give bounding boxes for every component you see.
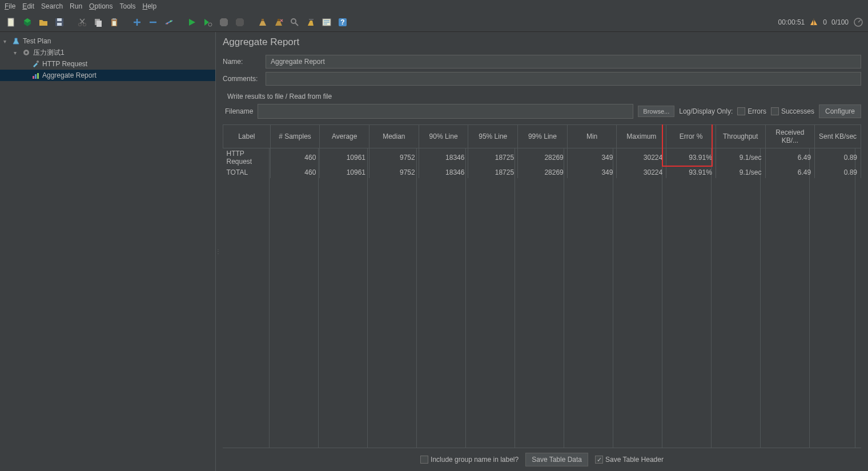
svg-point-12 bbox=[170, 20, 172, 22]
gear-icon bbox=[22, 48, 31, 57]
svg-rect-15 bbox=[278, 19, 280, 21]
expand-arrow-icon[interactable]: ▾ bbox=[3, 38, 9, 45]
svg-rect-10 bbox=[112, 21, 116, 26]
reset-search-icon[interactable] bbox=[304, 15, 318, 29]
templates-icon[interactable] bbox=[21, 15, 34, 29]
menu-options[interactable]: Options bbox=[89, 2, 112, 10]
table-header[interactable]: Throughput bbox=[716, 125, 765, 148]
svg-rect-14 bbox=[262, 19, 264, 21]
table-header[interactable]: Min bbox=[567, 125, 617, 148]
successes-checkbox[interactable] bbox=[771, 107, 779, 115]
table-header[interactable]: Average bbox=[320, 125, 369, 148]
table-header[interactable]: 90% Line bbox=[419, 125, 468, 148]
configure-button[interactable]: Configure bbox=[819, 104, 861, 118]
tree-thread-group[interactable]: ▾ 压力测试1 bbox=[0, 47, 215, 58]
filename-input[interactable] bbox=[258, 104, 633, 119]
table-header[interactable]: Received KB/... bbox=[765, 125, 815, 148]
svg-rect-2 bbox=[57, 18, 62, 21]
start-noTimers-icon[interactable] bbox=[201, 15, 215, 29]
beaker-icon bbox=[11, 37, 21, 46]
menu-file[interactable]: File bbox=[5, 2, 15, 10]
svg-point-13 bbox=[208, 23, 212, 26]
table-row[interactable]: TOTAL46010961975218346187252826934930224… bbox=[223, 167, 861, 178]
table-header[interactable]: Maximum bbox=[617, 125, 666, 148]
table-cell: 30224 bbox=[617, 148, 666, 167]
footer-bar: Include group name in label? Save Table … bbox=[223, 448, 861, 471]
table-header[interactable]: Median bbox=[369, 125, 419, 148]
table-row[interactable]: HTTP Request4601096197521834618725282693… bbox=[223, 148, 861, 167]
warning-icon[interactable]: ! bbox=[809, 18, 818, 27]
copy-icon[interactable] bbox=[91, 15, 105, 29]
comments-input[interactable] bbox=[266, 72, 861, 86]
svg-rect-7 bbox=[97, 21, 102, 27]
save-table-data-button[interactable]: Save Table Data bbox=[525, 453, 588, 466]
svg-point-23 bbox=[25, 51, 27, 54]
chart-icon bbox=[31, 71, 40, 80]
name-input[interactable] bbox=[266, 55, 861, 69]
table-cell: 9752 bbox=[369, 148, 419, 167]
status-bar: 00:00:51 ! 0 0/100 bbox=[778, 17, 863, 27]
toggle-icon[interactable] bbox=[162, 15, 176, 29]
table-cell: 6.49 bbox=[765, 167, 815, 178]
help-icon[interactable]: ? bbox=[336, 15, 349, 29]
svg-rect-25 bbox=[33, 76, 34, 79]
remove-icon[interactable] bbox=[146, 15, 160, 29]
shutdown-icon[interactable] bbox=[233, 15, 247, 29]
gauge-icon[interactable] bbox=[853, 17, 863, 27]
svg-text:!: ! bbox=[813, 18, 815, 26]
tree-http-request[interactable]: HTTP Request bbox=[0, 58, 215, 70]
table-cell: 30224 bbox=[617, 167, 666, 178]
filename-label: Filename bbox=[225, 107, 253, 115]
expand-arrow-icon[interactable]: ▾ bbox=[14, 50, 19, 56]
function-helper-icon[interactable] bbox=[320, 15, 333, 29]
save-icon[interactable] bbox=[53, 15, 66, 29]
elapsed-time: 00:00:51 bbox=[778, 18, 805, 26]
table-cell: TOTAL bbox=[223, 167, 271, 178]
panel-title: Aggregate Report bbox=[223, 37, 861, 48]
comments-label: Comments: bbox=[223, 75, 260, 83]
menu-edit[interactable]: Edit bbox=[22, 2, 34, 10]
menu-run[interactable]: Run bbox=[70, 2, 82, 10]
include-group-checkbox[interactable] bbox=[420, 456, 428, 464]
new-file-icon[interactable] bbox=[5, 15, 18, 29]
clear-all-icon[interactable] bbox=[272, 15, 286, 29]
clear-icon[interactable] bbox=[256, 15, 270, 29]
open-icon[interactable] bbox=[37, 15, 50, 29]
table-cell: 18346 bbox=[419, 148, 468, 167]
table-header[interactable]: Error % bbox=[666, 125, 716, 148]
table-cell: 18725 bbox=[468, 167, 518, 178]
search-tree-icon[interactable] bbox=[288, 15, 302, 29]
tree-label: 压力测试1 bbox=[33, 48, 65, 58]
table-cell: 10961 bbox=[320, 148, 369, 167]
add-icon[interactable] bbox=[130, 15, 144, 29]
thread-count: 0/100 bbox=[831, 18, 849, 26]
menubar: File Edit Search Run Options Tools Help bbox=[0, 0, 868, 13]
menu-search[interactable]: Search bbox=[41, 2, 63, 10]
svg-point-24 bbox=[37, 61, 39, 63]
browse-button[interactable]: Browse... bbox=[638, 106, 674, 117]
svg-rect-3 bbox=[57, 23, 62, 26]
tree-test-plan[interactable]: ▾ Test Plan bbox=[0, 35, 215, 47]
table-header[interactable]: 99% Line bbox=[518, 125, 568, 148]
svg-rect-26 bbox=[35, 74, 37, 79]
table-header[interactable]: Sent KB/sec bbox=[815, 125, 861, 148]
menu-help[interactable]: Help bbox=[143, 2, 157, 10]
save-table-header-label: Save Table Header bbox=[605, 456, 664, 464]
table-cell: 6.49 bbox=[765, 148, 815, 167]
menu-tools[interactable]: Tools bbox=[119, 2, 135, 10]
table-cell: 9752 bbox=[369, 167, 419, 178]
errors-checkbox[interactable] bbox=[737, 107, 745, 115]
paste-icon[interactable] bbox=[107, 15, 121, 29]
include-group-label: Include group name in label? bbox=[431, 456, 519, 464]
table-cell: 10961 bbox=[320, 167, 369, 178]
stop-icon[interactable] bbox=[217, 15, 231, 29]
save-table-header-checkbox[interactable] bbox=[595, 456, 603, 464]
table-cell: 349 bbox=[567, 167, 617, 178]
cut-icon[interactable] bbox=[75, 15, 89, 29]
tree-aggregate-report[interactable]: Aggregate Report bbox=[0, 70, 215, 81]
splitter[interactable]: ⋮ bbox=[216, 32, 220, 471]
table-header[interactable]: 95% Line bbox=[468, 125, 518, 148]
table-header[interactable]: Label bbox=[223, 125, 271, 148]
start-icon[interactable] bbox=[185, 15, 199, 29]
table-header[interactable]: # Samples bbox=[270, 125, 320, 148]
